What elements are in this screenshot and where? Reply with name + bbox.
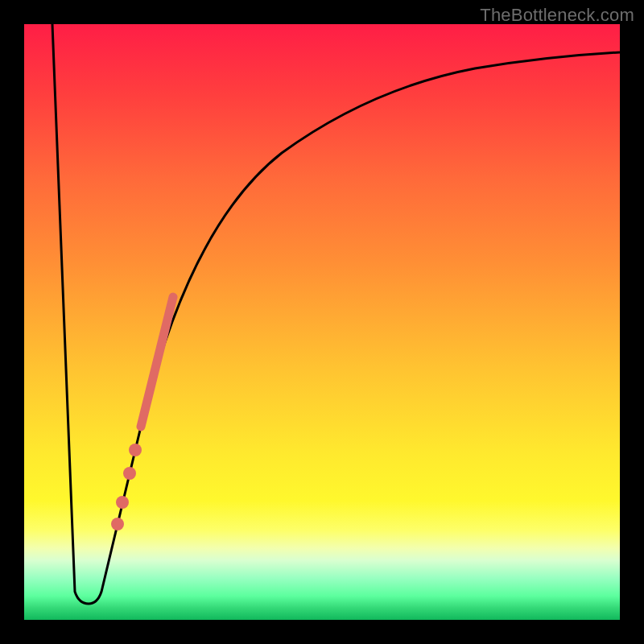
plot-area	[24, 24, 620, 620]
watermark-text: TheBottleneck.com	[480, 5, 634, 26]
chart-frame: TheBottleneck.com	[0, 0, 644, 644]
gpu-sample-dot	[123, 467, 136, 480]
gpu-sample-dot	[129, 444, 142, 456]
chart-svg	[24, 24, 620, 620]
gpu-sample-dot	[116, 496, 129, 509]
bottleneck-curve	[52, 24, 620, 604]
gpu-sample-dot	[111, 518, 124, 530]
common-gpu-range	[141, 297, 173, 427]
